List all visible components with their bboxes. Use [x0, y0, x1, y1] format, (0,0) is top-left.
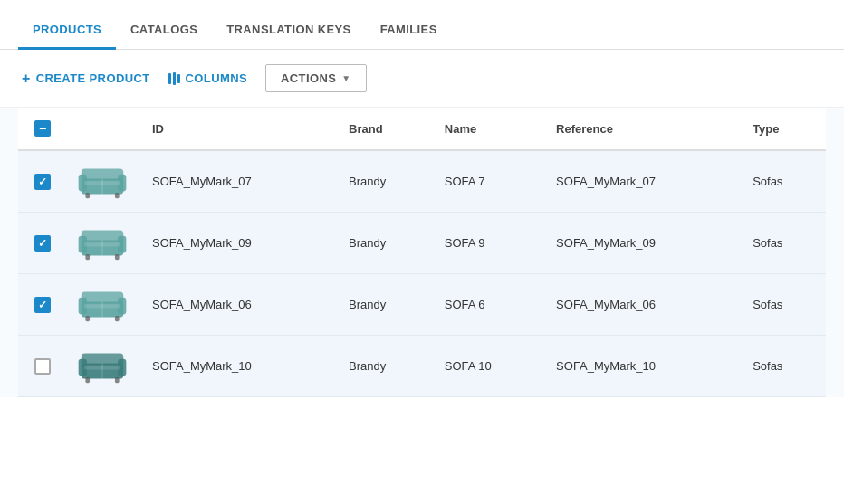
check-icon: ✓ — [38, 299, 47, 311]
row-type: Sofas — [742, 213, 826, 274]
row-checkbox-cell: ✓ — [18, 213, 63, 274]
check-icon: ✓ — [38, 237, 47, 250]
row-checkbox-cell: ✓ — [18, 274, 63, 336]
row-id: SOFA_MyMark_09 — [141, 213, 338, 274]
table-row: ✓ SOFA_MyMark_09BrandySOFA 9SOFA_MyMark_… — [18, 213, 826, 274]
row-reference: SOFA_MyMark_06 — [545, 274, 742, 336]
check-icon: ✓ — [38, 176, 47, 188]
svg-rect-13 — [115, 254, 120, 260]
nav-item-products[interactable]: PRODUCTS — [18, 12, 116, 50]
row-brand: Brandy — [338, 336, 434, 397]
row-type: Sofas — [742, 274, 826, 336]
row-name: SOFA 9 — [434, 213, 545, 274]
row-id: SOFA_MyMark_07 — [141, 150, 338, 213]
column-header-reference[interactable]: Reference — [545, 108, 742, 150]
row-checkbox[interactable]: ✓ — [34, 297, 51, 313]
product-image — [74, 158, 130, 202]
row-reference: SOFA_MyMark_07 — [545, 150, 742, 213]
product-table: − ID Brand Name Reference Type ✓ — [18, 108, 826, 397]
table-row: SOFA_MyMark_10BrandySOFA 10SOFA_MyMark_1… — [18, 336, 826, 397]
create-product-button[interactable]: + CREATE PRODUCT — [22, 71, 150, 87]
chevron-down-icon: ▼ — [341, 73, 350, 83]
create-product-label: CREATE PRODUCT — [36, 71, 150, 85]
column-header-image — [63, 108, 141, 150]
plus-icon: + — [22, 71, 31, 87]
row-image-cell — [63, 150, 141, 213]
table-header-row: − ID Brand Name Reference Type — [18, 108, 826, 150]
nav-item-families[interactable]: FAMILIES — [366, 12, 452, 50]
row-checkbox-cell — [18, 336, 63, 397]
columns-label: COLUMNS — [186, 71, 247, 85]
row-type: Sofas — [742, 336, 826, 397]
row-checkbox-cell: ✓ — [18, 150, 63, 213]
row-id: SOFA_MyMark_10 — [141, 336, 338, 397]
svg-rect-5 — [115, 193, 120, 198]
row-brand: Brandy — [338, 213, 434, 274]
svg-rect-29 — [115, 377, 120, 383]
row-name: SOFA 7 — [434, 150, 545, 213]
table-row: ✓ SOFA_MyMark_07BrandySOFA 7SOFA_MyMark_… — [18, 150, 826, 213]
row-checkbox[interactable]: ✓ — [34, 235, 51, 252]
column-header-id[interactable]: ID — [141, 108, 338, 150]
table-row: ✓ SOFA_MyMark_06BrandySOFA 6SOFA_MyMark_… — [18, 274, 826, 336]
column-header-type[interactable]: Type — [742, 108, 826, 150]
row-name: SOFA 10 — [434, 336, 545, 397]
product-table-wrapper: − ID Brand Name Reference Type ✓ — [0, 108, 844, 397]
column-header-name[interactable]: Name — [434, 108, 545, 150]
nav-item-translation-keys[interactable]: TRANSLATION KEYS — [212, 12, 365, 50]
row-image-cell — [63, 274, 141, 336]
row-reference: SOFA_MyMark_09 — [545, 213, 742, 274]
svg-rect-21 — [115, 316, 120, 321]
column-header-checkbox: − — [18, 108, 63, 150]
actions-button[interactable]: ACTIONS ▼ — [265, 64, 367, 92]
top-navigation: PRODUCTS CATALOGS TRANSLATION KEYS FAMIL… — [0, 0, 844, 50]
svg-rect-28 — [85, 377, 90, 383]
toolbar: + CREATE PRODUCT COLUMNS ACTIONS ▼ — [0, 50, 844, 108]
row-checkbox[interactable]: ✓ — [34, 174, 51, 190]
columns-icon — [168, 72, 180, 85]
row-checkbox[interactable] — [34, 358, 51, 375]
columns-button[interactable]: COLUMNS — [168, 71, 247, 85]
product-image — [74, 281, 130, 325]
row-image-cell — [63, 213, 141, 274]
row-brand: Brandy — [338, 150, 434, 213]
svg-rect-20 — [85, 316, 90, 321]
actions-label: ACTIONS — [281, 71, 336, 85]
column-header-brand[interactable]: Brand — [338, 108, 434, 150]
row-type: Sofas — [742, 150, 826, 213]
svg-rect-12 — [85, 254, 90, 260]
product-image — [74, 343, 130, 386]
svg-rect-4 — [85, 193, 90, 198]
row-name: SOFA 6 — [434, 274, 545, 336]
row-id: SOFA_MyMark_06 — [141, 274, 338, 336]
product-image — [74, 220, 130, 263]
row-brand: Brandy — [338, 274, 434, 336]
minus-icon: − — [39, 122, 46, 135]
row-image-cell — [63, 336, 141, 397]
nav-item-catalogs[interactable]: CATALOGS — [116, 12, 212, 50]
row-reference: SOFA_MyMark_10 — [545, 336, 742, 397]
select-all-checkbox[interactable]: − — [34, 120, 51, 137]
